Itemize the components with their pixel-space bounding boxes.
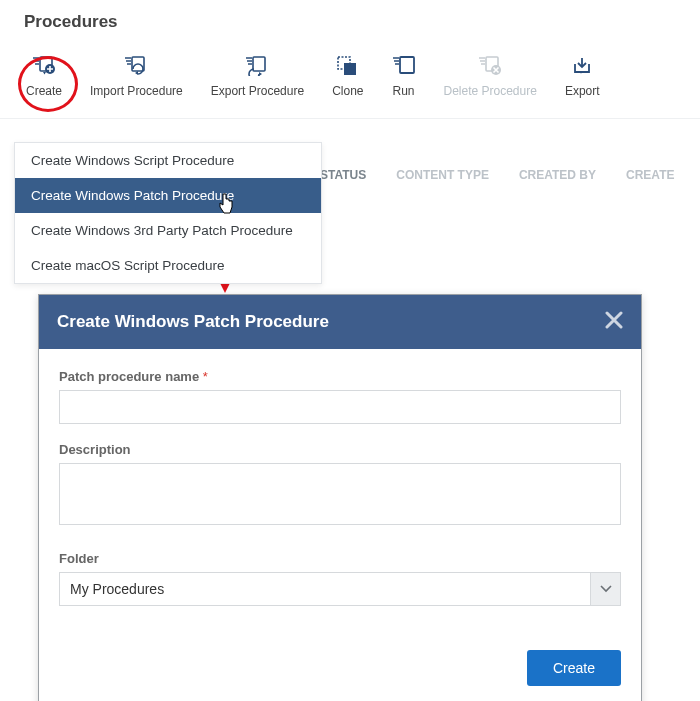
folder-select-row: My Procedures — [59, 572, 621, 606]
export-procedure-icon — [245, 54, 269, 78]
export-procedure-button[interactable]: Export Procedure — [197, 46, 318, 106]
folder-label: Folder — [59, 551, 621, 566]
toolbar-label: Run — [392, 84, 414, 98]
create-icon — [32, 54, 56, 78]
import-icon — [124, 54, 148, 78]
dropdown-item-windows-patch[interactable]: Create Windows Patch Procedure — [15, 178, 321, 213]
close-icon[interactable] — [605, 311, 623, 333]
column-created-by[interactable]: CREATED BY — [519, 168, 596, 182]
svg-rect-3 — [253, 57, 265, 71]
svg-rect-6 — [400, 57, 414, 73]
dropdown-item-windows-3rd-party[interactable]: Create Windows 3rd Party Patch Procedure — [15, 213, 321, 248]
clone-button[interactable]: Clone — [318, 46, 377, 106]
chevron-down-icon — [600, 585, 612, 593]
toolbar-label: Import Procedure — [90, 84, 183, 98]
column-created[interactable]: CREATE — [626, 168, 674, 182]
name-label: Patch procedure name * — [59, 369, 621, 384]
folder-dropdown-button[interactable] — [591, 572, 621, 606]
toolbar-label: Clone — [332, 84, 363, 98]
toolbar: Create Import Procedure Export Procedure… — [0, 46, 700, 119]
column-headers: STATUS CONTENT TYPE CREATED BY CREATE — [320, 150, 700, 200]
toolbar-label: Export — [565, 84, 600, 98]
folder-select[interactable]: My Procedures — [59, 572, 591, 606]
dropdown-item-macos-script[interactable]: Create macOS Script Procedure — [15, 248, 321, 283]
dialog-body: Patch procedure name * Description Folde… — [39, 349, 641, 701]
column-status[interactable]: STATUS — [320, 168, 366, 182]
toolbar-label: Delete Procedure — [444, 84, 537, 98]
dialog-title: Create Windows Patch Procedure — [57, 312, 329, 332]
create-button[interactable]: Create — [12, 46, 76, 106]
create-patch-dialog: Create Windows Patch Procedure Patch pro… — [38, 294, 642, 701]
description-textarea[interactable] — [59, 463, 621, 525]
export-button[interactable]: Export — [551, 46, 614, 106]
create-dropdown: Create Windows Script Procedure Create W… — [14, 142, 322, 284]
toolbar-label: Create — [26, 84, 62, 98]
column-content-type[interactable]: CONTENT TYPE — [396, 168, 489, 182]
page-title: Procedures — [0, 0, 700, 46]
dialog-header: Create Windows Patch Procedure — [39, 295, 641, 349]
patch-procedure-name-input[interactable] — [59, 390, 621, 424]
create-submit-button[interactable]: Create — [527, 650, 621, 686]
import-procedure-button[interactable]: Import Procedure — [76, 46, 197, 106]
run-button[interactable]: Run — [378, 46, 430, 106]
toolbar-label: Export Procedure — [211, 84, 304, 98]
svg-rect-5 — [344, 63, 356, 75]
delete-procedure-button: Delete Procedure — [430, 46, 551, 106]
export-icon — [570, 54, 594, 78]
run-icon — [392, 54, 416, 78]
dropdown-item-windows-script[interactable]: Create Windows Script Procedure — [15, 143, 321, 178]
dialog-footer: Create — [59, 606, 621, 686]
delete-icon — [478, 54, 502, 78]
required-mark: * — [203, 369, 208, 384]
description-label: Description — [59, 442, 621, 457]
clone-icon — [336, 54, 360, 78]
